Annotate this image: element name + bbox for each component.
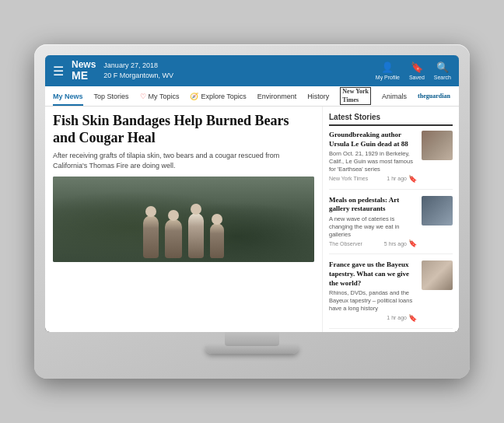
guardian-label: theguardian (418, 93, 450, 100)
search-label: Search (434, 75, 451, 80)
my-profile-label: My Profile (376, 75, 400, 80)
story-headline-2: Meals on pedestals: Art gallery restaura… (329, 196, 417, 214)
nav-my-news-label: My News (53, 93, 83, 100)
article-image (53, 177, 314, 262)
nav-guardian[interactable]: theguardian (418, 86, 450, 106)
story-time-2: 5 hrs ago 🔖 (384, 239, 417, 247)
nav-my-news[interactable]: My News (53, 86, 83, 106)
date-location: January 27, 2018 20 F Morgantown, WV (103, 61, 173, 80)
story-time-1: 1 hr ago 🔖 (387, 175, 417, 183)
story-time-3: 1 hr ago 🔖 (387, 314, 417, 322)
bookmark-icon: 🔖 (411, 61, 423, 73)
nav-explore-topics-label: Explore Topics (201, 93, 246, 100)
story-bookmark-2[interactable]: 🔖 (408, 239, 417, 247)
nyt-label: New YorkTimes (340, 87, 371, 105)
nav-top-stories-label: Top Stories (94, 93, 129, 100)
right-column: Latest Stories Groundbreaking author Urs… (323, 107, 459, 332)
nav-my-topics-label: My Topics (149, 93, 180, 100)
story-text-2: Meals on pedestals: Art gallery restaura… (329, 196, 417, 248)
saved-label: Saved (409, 75, 425, 80)
top-bar-actions: 👤 My Profile 🔖 Saved 🔍 Search (376, 61, 451, 80)
search-button[interactable]: 🔍 Search (434, 61, 451, 80)
people-group (53, 194, 314, 262)
nav-animals-label: Animals (382, 93, 407, 100)
logo-text: News ME (72, 60, 96, 82)
story-body-3: Rhinos, DVDs, pandas and the Bayeux tape… (329, 289, 417, 312)
story-headline-3: France gave us the Bayeux tapestry. What… (329, 260, 417, 288)
logo: News ME (72, 60, 96, 82)
nav-top-stories[interactable]: Top Stories (94, 86, 129, 106)
heart-icon: ♡ (140, 93, 146, 100)
story-source-1: New York Times (329, 176, 368, 181)
story-meta-1: New York Times 1 hr ago 🔖 (329, 175, 417, 183)
story-body-1: Born Oct. 21, 1929 in Berkeley, Calif., … (329, 150, 417, 173)
logo-news: News (72, 60, 96, 70)
monitor: ☰ News ME January 27, 2018 20 F Morganto… (34, 44, 470, 379)
story-bookmark-1[interactable]: 🔖 (408, 175, 417, 183)
article-subhead: After receiving grafts of tilapia skin, … (53, 151, 314, 170)
story-item-1[interactable]: Groundbreaking author Ursula Le Guin dea… (329, 131, 453, 190)
logo-me: ME (72, 70, 96, 82)
screen-bezel: ☰ News ME January 27, 2018 20 F Morganto… (45, 55, 459, 332)
search-icon: 🔍 (436, 61, 449, 73)
monitor-stand (225, 332, 279, 346)
story-meta-2: The Observer 5 hrs ago 🔖 (329, 239, 417, 247)
saved-button[interactable]: 🔖 Saved (409, 61, 425, 80)
nav-bar: My News Top Stories ♡ My Topics 🧭 Explor… (45, 86, 459, 107)
person-3 (188, 213, 204, 258)
story-text-1: Groundbreaking author Ursula Le Guin dea… (329, 131, 417, 183)
story-bookmark-3[interactable]: 🔖 (408, 314, 417, 322)
my-profile-button[interactable]: 👤 My Profile (376, 61, 400, 80)
nav-explore-topics[interactable]: 🧭 Explore Topics (190, 86, 246, 106)
story-source-2: The Observer (329, 241, 362, 246)
nav-my-topics[interactable]: ♡ My Topics (140, 86, 180, 106)
person-4 (210, 223, 224, 258)
left-column: Fish Skin Bandages Help Burned Bears and… (45, 107, 323, 332)
nav-environment[interactable]: Environment (257, 86, 297, 106)
article-image-inner (53, 177, 314, 262)
story-thumb-3 (422, 260, 453, 290)
person-2 (165, 219, 182, 258)
latest-stories-title: Latest Stories (329, 113, 453, 126)
date: January 27, 2018 (103, 61, 173, 71)
profile-icon: 👤 (381, 61, 394, 73)
nav-environment-label: Environment (257, 93, 297, 100)
story-thumb-2 (422, 196, 453, 225)
story-item-3[interactable]: France gave us the Bayeux tapestry. What… (329, 260, 453, 328)
story-item-2[interactable]: Meals on pedestals: Art gallery restaura… (329, 196, 453, 255)
story-headline-1: Groundbreaking author Ursula Le Guin dea… (329, 131, 417, 149)
person-1 (143, 215, 159, 258)
top-bar: ☰ News ME January 27, 2018 20 F Morganto… (45, 55, 459, 86)
nav-animals[interactable]: Animals (382, 86, 407, 106)
main-content: Fish Skin Bandages Help Burned Bears and… (45, 107, 459, 332)
hamburger-icon[interactable]: ☰ (53, 64, 64, 79)
location: 20 F Morgantown, WV (103, 71, 173, 81)
nav-history[interactable]: History (307, 86, 329, 106)
compass-icon: 🧭 (190, 93, 198, 100)
article-headline: Fish Skin Bandages Help Burned Bears and… (53, 113, 314, 146)
story-body-2: A new wave of cateries is changing the w… (329, 215, 417, 238)
monitor-base (205, 346, 299, 354)
screen: ☰ News ME January 27, 2018 20 F Morganto… (45, 55, 459, 332)
nav-history-label: History (307, 93, 329, 100)
story-meta-3: 1 hr ago 🔖 (329, 314, 417, 322)
nav-nyt[interactable]: New YorkTimes (340, 86, 371, 106)
story-text-3: France gave us the Bayeux tapestry. What… (329, 260, 417, 321)
story-thumb-1 (422, 131, 453, 160)
